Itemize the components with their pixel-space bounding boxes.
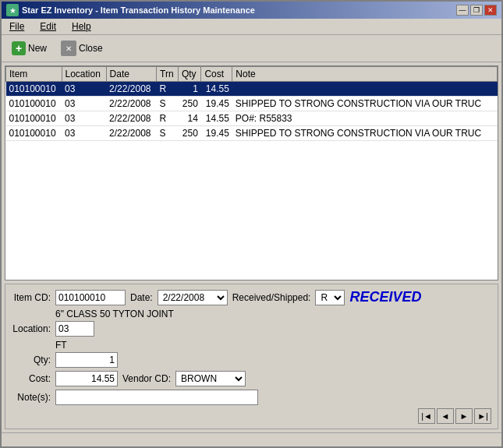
row-location: Location: [12, 321, 491, 337]
table-cell: PO#: R55833 [232, 111, 498, 126]
table-cell: 03 [62, 111, 106, 126]
table-cell: 2/22/2008 [106, 97, 156, 111]
table-cell: 14.55 [201, 111, 232, 126]
notes-label: Note(s): [12, 392, 51, 403]
row-cost: Cost: Vendor CD: BROWN [12, 371, 491, 386]
table-cell: 010100010 [6, 82, 62, 97]
col-note: Note [232, 67, 498, 82]
table-cell: 19.45 [201, 97, 232, 111]
title-bar-left: ★ Star EZ Inventory - Item Transaction H… [6, 4, 255, 16]
item-cd-label: Item CD: [12, 292, 51, 303]
table-cell: 250 [178, 97, 200, 111]
window-close-button[interactable]: ✕ [484, 5, 497, 16]
table-cell: 2/22/2008 [106, 82, 156, 97]
location-label: Location: [12, 323, 51, 334]
date-select[interactable]: 2/22/2008 [158, 290, 228, 305]
restore-button[interactable]: ❐ [470, 5, 483, 16]
qty-label: Qty: [12, 355, 51, 365]
table-cell: S [157, 126, 179, 141]
menu-file[interactable]: File [6, 20, 27, 33]
table-cell: SHIPPED TO STRONG CONSTRUCTION VIA OUR T… [232, 97, 498, 111]
received-shipped-label: Received/Shipped: [232, 292, 311, 303]
table-cell: 010100010 [6, 126, 62, 141]
table-cell: 03 [62, 126, 106, 141]
navigation-buttons: |◄ ◄ ► ►| [12, 408, 491, 424]
table-cell: 010100010 [6, 111, 62, 126]
location-input[interactable] [55, 321, 94, 337]
table-cell: 03 [62, 97, 106, 111]
close-icon: ✕ [61, 41, 76, 56]
col-cost: Cost [201, 67, 232, 82]
table-row[interactable]: 010100010032/22/2008S25019.45SHIPPED TO … [6, 97, 498, 111]
menu-edit[interactable]: Edit [37, 20, 59, 33]
table-row[interactable]: 010100010032/22/2008S25019.45SHIPPED TO … [6, 126, 498, 141]
item-description: 6" CLASS 50 TYTON JOINT [55, 309, 491, 319]
prev-record-button[interactable]: ◄ [437, 408, 454, 424]
table-cell: 03 [62, 82, 106, 97]
unit-label: FT [55, 340, 491, 351]
main-window: ★ Star EZ Inventory - Item Transaction H… [0, 0, 503, 448]
table-cell [232, 82, 498, 97]
notes-input[interactable] [55, 390, 258, 405]
new-icon: + [12, 41, 26, 55]
app-icon: ★ [6, 4, 19, 16]
title-bar: ★ Star EZ Inventory - Item Transaction H… [2, 2, 501, 19]
table-row[interactable]: 010100010032/22/2008R114.55 [6, 82, 498, 97]
col-item: Item [6, 67, 62, 82]
toolbar: + New ✕ Close [2, 35, 501, 62]
detail-panel: Item CD: Date: 2/22/2008 Received/Shippe… [5, 284, 498, 429]
table-cell: 19.45 [201, 126, 232, 141]
main-content: Item Location Date Trn Qty Cost Note 010… [2, 62, 501, 432]
new-button-label: New [28, 43, 47, 54]
vendor-cd-label: Vendor CD: [122, 373, 171, 384]
table-cell: 010100010 [6, 97, 62, 111]
cost-label: Cost: [12, 373, 51, 384]
vendor-cd-select[interactable]: BROWN [175, 371, 246, 386]
table-cell: 1 [178, 82, 200, 97]
next-record-button[interactable]: ► [455, 408, 473, 424]
window-title: Star EZ Inventory - Item Transaction His… [22, 5, 255, 15]
qty-input[interactable] [55, 352, 118, 368]
table-cell: S [157, 97, 179, 111]
minimize-button[interactable]: — [456, 5, 469, 16]
title-buttons: — ❐ ✕ [456, 5, 497, 16]
status-bar [2, 432, 501, 446]
status-text: RECEIVED [349, 289, 421, 305]
table-cell: 250 [178, 126, 200, 141]
table-cell: 14.55 [201, 82, 232, 97]
row-notes: Note(s): [12, 390, 491, 405]
table-cell: 2/22/2008 [106, 126, 156, 141]
last-record-button[interactable]: ►| [474, 408, 491, 424]
menu-bar: File Edit Help [2, 19, 501, 35]
col-location: Location [62, 67, 106, 82]
table-cell: SHIPPED TO STRONG CONSTRUCTION VIA OUR T… [232, 126, 498, 141]
menu-help[interactable]: Help [69, 20, 94, 33]
row-qty: Qty: [12, 352, 491, 368]
new-button[interactable]: + New [6, 39, 52, 58]
col-qty: Qty [178, 67, 200, 82]
table-cell: R [157, 82, 179, 97]
col-trn: Trn [157, 67, 179, 82]
transaction-table-area: Item Location Date Trn Qty Cost Note 010… [5, 65, 498, 280]
transaction-table: Item Location Date Trn Qty Cost Note 010… [5, 66, 498, 141]
table-row[interactable]: 010100010032/22/2008R1414.55PO#: R55833 [6, 111, 498, 126]
first-record-button[interactable]: |◄ [418, 408, 435, 424]
close-button-label: Close [79, 43, 103, 54]
table-cell: 2/22/2008 [106, 111, 156, 126]
row-item-cd: Item CD: Date: 2/22/2008 Received/Shippe… [12, 289, 491, 305]
item-cd-input[interactable] [55, 290, 126, 305]
close-button[interactable]: ✕ Close [55, 38, 108, 58]
col-date: Date [106, 67, 156, 82]
date-label: Date: [130, 292, 153, 303]
cost-input[interactable] [55, 371, 118, 386]
table-cell: 14 [178, 111, 200, 126]
table-cell: R [157, 111, 179, 126]
received-shipped-select[interactable]: RS [315, 290, 345, 305]
